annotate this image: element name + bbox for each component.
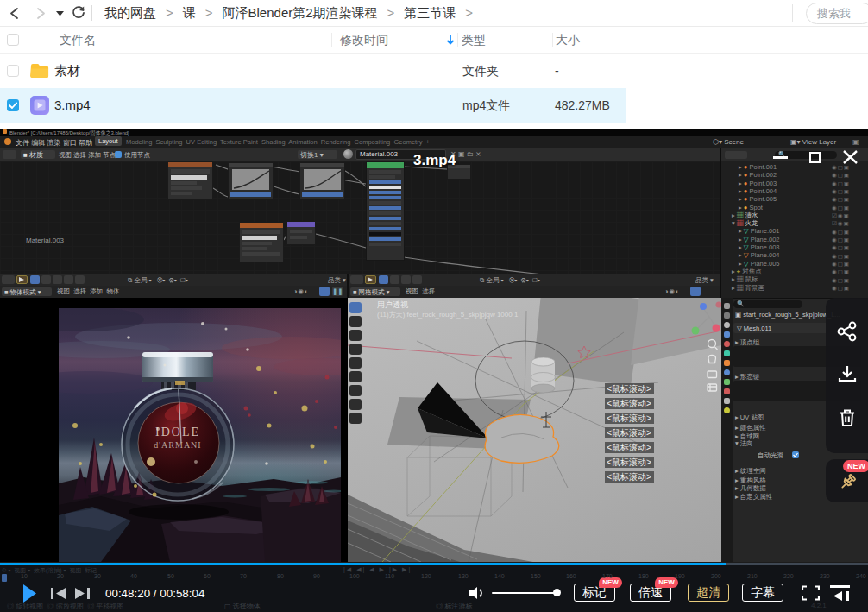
svg-text:<鼠标滚动>: <鼠标滚动> — [607, 428, 651, 438]
svg-text:用户透视: 用户透视 — [377, 300, 408, 309]
svg-text:d'ARMANI: d'ARMANI — [154, 440, 201, 450]
svg-text:<鼠标滚动>: <鼠标滚动> — [607, 472, 651, 482]
svg-text:<鼠标滚动>: <鼠标滚动> — [607, 399, 651, 408]
svg-text:<鼠标滚动>: <鼠标滚动> — [607, 443, 651, 452]
svg-text:<鼠标滚动>: <鼠标滚动> — [607, 457, 651, 467]
svg-text:(11)方天) feet_rock_rough_5_skp|: (11)方天) feet_rock_rough_5_skp|pjqw 1000 … — [377, 311, 519, 319]
svg-text:<鼠标滚动>: <鼠标滚动> — [607, 384, 651, 394]
svg-text:<鼠标滚动>: <鼠标滚动> — [607, 413, 651, 423]
svg-text:IDOLE: IDOLE — [155, 426, 200, 438]
